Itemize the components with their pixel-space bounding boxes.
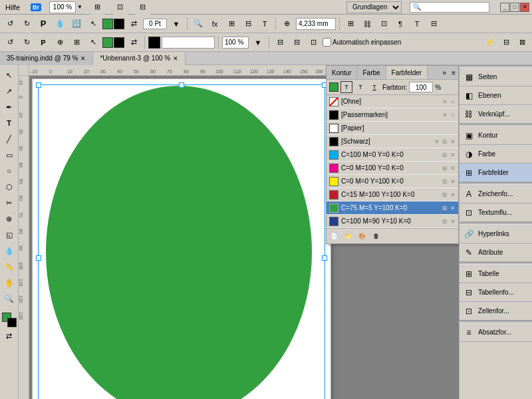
lt-free-transform[interactable]: ⊕ [2, 211, 17, 226]
tool-text[interactable]: P [36, 17, 51, 31]
lt-pen[interactable]: ✒ [2, 100, 17, 114]
tool-arrows[interactable]: ⇄ [126, 17, 141, 31]
tool-text2[interactable]: T [257, 17, 272, 31]
win-maximize-btn[interactable]: □ [510, 3, 519, 12]
tool-eyedropper[interactable]: 💧 [53, 17, 67, 31]
rp-kontur[interactable]: ▣ Kontur [460, 126, 532, 145]
lt-poly[interactable]: ⬡ [2, 180, 17, 194]
tool-align[interactable]: ⊟ [241, 17, 255, 31]
win-minimize-btn[interactable]: _ [500, 3, 509, 12]
rp-tabelle[interactable]: ⊞ Tabelle [460, 265, 532, 283]
stroke-swatch-2[interactable] [114, 37, 124, 48]
icon-btn-2[interactable]: ⊡ [113, 0, 128, 15]
tool-extra-2[interactable]: ⊟ [499, 35, 513, 50]
handle-tl[interactable] [36, 82, 41, 88]
pt-fill-btn[interactable] [329, 82, 338, 92]
rp-farbfelder[interactable]: ⊞ Farbfelder [460, 164, 532, 182]
menu-hilfe[interactable]: Hilfe [3, 2, 23, 13]
fill-swatch[interactable] [102, 19, 113, 29]
tab-training[interactable]: 35-training.indd @ 79 % ✕ [0, 52, 93, 65]
swatch-papier[interactable]: [Papier] [327, 122, 458, 135]
stroke-color-input[interactable] [162, 37, 215, 49]
tool-extra-1[interactable]: ⚡ [483, 35, 497, 50]
tool-rotate-right[interactable]: ↻ [19, 17, 34, 31]
swatch-passermarken[interactable]: [Passermarken] ✕ ☆ [327, 108, 458, 122]
tool-measure[interactable]: ⊕ [279, 17, 294, 31]
tool-rotate-left[interactable]: ↺ [3, 17, 17, 31]
tool-r2-align2[interactable]: ⊟ [289, 35, 304, 50]
lt-swap[interactable]: ⇄ [2, 329, 17, 343]
icon-btn-3[interactable]: ⊟ [136, 0, 150, 15]
fill-swatch-2[interactable] [102, 37, 113, 48]
zoom-dropdown-arrow[interactable]: ▼ [77, 4, 82, 10]
lt-eyedropper[interactable]: 💧 [2, 243, 17, 258]
swatch-darkblue[interactable]: C=100 M=90 Y=10 K=0 ⊞ ✕ [327, 215, 458, 228]
tool-r2-5[interactable]: ↖ [86, 35, 100, 50]
tool-extra-3[interactable]: ⊠ [515, 35, 529, 50]
stroke-swatch[interactable] [114, 19, 124, 29]
coord-input[interactable] [296, 18, 336, 30]
zoom-input[interactable] [49, 1, 76, 13]
tool-r2-2[interactable]: ↻ [19, 35, 34, 50]
tool-grid2[interactable]: ⊞ [343, 17, 358, 31]
rp-absatzfor[interactable]: ≡ Absatzfor... [460, 323, 532, 342]
zoom-control[interactable]: ▼ [49, 1, 82, 13]
swatch-magenta[interactable]: C=0 M=100 Y=0 K=0 ⊞ ✕ [327, 162, 458, 175]
rp-zeichenfo[interactable]: A Zeichenfo... [460, 185, 532, 203]
tool-r2-1[interactable]: ↺ [3, 35, 17, 50]
tool-text3[interactable]: T [410, 17, 424, 31]
lt-gradient[interactable]: ◱ [2, 227, 17, 242]
tab-training-close[interactable]: ✕ [80, 55, 86, 62]
lt-zoom[interactable]: 🔍 [2, 291, 17, 306]
rp-farbe[interactable]: ◑ Farbe [460, 145, 532, 164]
panel-tab-close[interactable]: ≡ [449, 68, 458, 78]
win-close-btn[interactable]: ✕ [520, 3, 529, 12]
tool-r2-3[interactable]: ⊕ [53, 35, 67, 50]
tool-r2-4[interactable]: ⊞ [69, 35, 84, 50]
lt-hand[interactable]: ✋ [2, 275, 17, 290]
handle-ml[interactable] [36, 255, 41, 261]
rp-tabellenfo[interactable]: ⊟ Tabellenfo... [460, 283, 532, 302]
rp-hyperlinks[interactable]: 🔗 Hyperlinks [460, 225, 532, 243]
pb-delete-btn[interactable]: 🗑 [370, 230, 382, 242]
rp-zellenfor[interactable]: ⊡ Zellenfor... [460, 302, 532, 321]
pb-palette-btn[interactable]: 🎨 [356, 230, 368, 242]
tool-count[interactable]: 🔢 [69, 17, 84, 31]
tool-para[interactable]: ¶ [393, 17, 408, 31]
handle-mr[interactable] [322, 255, 327, 261]
swatch-cyan[interactable]: C=100 M=0 Y=0 K=0 ⊞ ✕ [327, 148, 458, 162]
lt-stroke[interactable] [7, 318, 17, 327]
panel-tab-farbfelder[interactable]: Farbfelder [386, 66, 428, 79]
stroke-dropdown[interactable]: ▼ [169, 17, 184, 31]
tool-link[interactable]: ⛓ [360, 17, 374, 31]
rp-ebenen[interactable]: ◧ Ebenen [460, 86, 532, 105]
tool-more[interactable]: ⊟ [426, 17, 441, 31]
lt-select[interactable]: ↖ [2, 68, 17, 82]
auto-fit-checkbox[interactable] [323, 38, 331, 47]
pct-dropdown[interactable]: ▼ [251, 35, 265, 50]
pb-new-btn[interactable]: 📄 [328, 230, 340, 242]
pt-stroke-btn[interactable]: T [340, 81, 352, 93]
farbton-input[interactable] [409, 82, 433, 92]
lt-direct-select[interactable]: ↗ [2, 84, 17, 98]
pb-folder-btn[interactable]: 📁 [342, 230, 354, 242]
rp-verknupf[interactable]: ⛓ Verknüpf... [460, 105, 532, 124]
tool-fx[interactable]: fx [207, 17, 222, 31]
tool-zoom[interactable]: 🔍 [191, 17, 205, 31]
lt-rect[interactable]: ▭ [2, 148, 17, 162]
tab-unbenannt[interactable]: *Unbenannt-3 @ 100 % ✕ [93, 52, 186, 65]
tool-r2-7[interactable]: ⊡ [306, 35, 321, 50]
stroke-width-input[interactable] [143, 19, 167, 29]
icon-btn-1[interactable]: ⊞ [90, 0, 105, 15]
rp-textumflu[interactable]: ⊡ Textumflu... [460, 203, 532, 222]
pt-text2-btn[interactable]: T [368, 81, 380, 93]
lt-measure[interactable]: 📏 [2, 259, 17, 274]
panel-tab-more[interactable]: » [440, 68, 450, 78]
stroke-color-black[interactable] [148, 37, 160, 49]
tool-select[interactable]: ↖ [86, 17, 100, 31]
tool-grid[interactable]: ⊞ [224, 17, 239, 31]
lt-ellipse[interactable]: ○ [2, 164, 17, 178]
rp-attribute[interactable]: ✎ Attribute [460, 243, 532, 262]
swatch-green[interactable]: C=75 M=5 Y=100 K=0 ⊞ ✕ [327, 201, 458, 215]
workspace-select[interactable]: Grundlagen [346, 1, 402, 13]
